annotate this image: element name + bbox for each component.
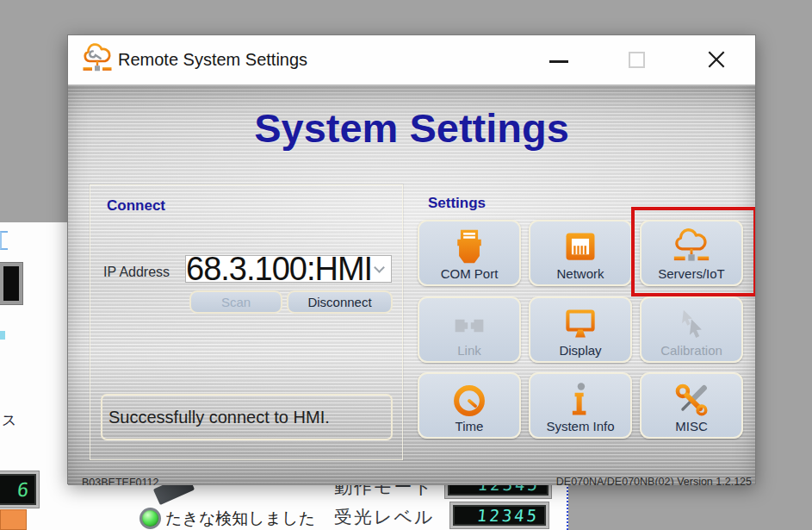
version-text: DE070NA/DE070NB(02) Version 1.2.125 [556, 476, 752, 485]
close-button[interactable] [705, 48, 728, 71]
side-text: ス [2, 410, 16, 430]
link-icon [450, 302, 488, 343]
com-port-icon [450, 225, 488, 266]
level-label: 受光レベル [334, 505, 434, 529]
settings-button-misc[interactable]: MISC [640, 372, 743, 439]
scan-button[interactable]: Scan [189, 290, 282, 314]
remote-system-settings-dialog: Remote System Settings System Settings C… [67, 34, 756, 484]
settings-button-label: System Info [546, 419, 614, 433]
settings-button-system-info[interactable]: System Info [529, 372, 632, 439]
calibration-icon [673, 302, 710, 343]
ip-address-combobox[interactable]: 68.3.100:HMI [185, 255, 392, 283]
clipped-blue-widget [0, 231, 8, 250]
status-led [139, 508, 161, 529]
connect-group-label: Connect [107, 197, 165, 215]
servers-iot-title-icon [82, 41, 113, 79]
dialog-body: System Settings Connect IP Address 68.3.… [68, 84, 755, 485]
settings-button-servers-iot[interactable]: Servers/IoT [640, 220, 743, 286]
settings-button-label: Link [457, 343, 481, 358]
clipped-display-box [0, 263, 22, 304]
window-title: Remote System Settings [118, 50, 307, 70]
settings-button-label: Servers/IoT [658, 266, 725, 281]
screen: ス 6 動作モード 12345 受光レベル 12345 たきな検知しました [0, 0, 812, 530]
network-icon [561, 225, 599, 266]
settings-button-display[interactable]: Display [529, 296, 632, 363]
title-bar: Remote System Settings [68, 35, 755, 84]
orange-block [0, 509, 27, 530]
ip-address-value: 68.3.100:HMI [186, 255, 391, 283]
settings-button-label: COM Port [441, 266, 499, 281]
settings-button-network[interactable]: Network [529, 220, 632, 286]
system-info-icon [561, 377, 599, 419]
settings-button-calibration[interactable]: Calibration [640, 296, 743, 363]
settings-button-label: Display [559, 343, 601, 358]
side-seven-segment-display: 6 [0, 471, 39, 508]
clipped-cyan-fragment [0, 331, 5, 340]
servers-iot-icon [673, 225, 710, 266]
led-message: たきな検知しました [165, 508, 315, 530]
display-icon [561, 302, 599, 343]
settings-button-link[interactable]: Link [418, 296, 521, 363]
page-title: System Settings [68, 104, 755, 152]
ip-address-label: IP Address [103, 265, 170, 280]
minimize-button[interactable] [549, 60, 568, 63]
time-icon [451, 377, 487, 419]
disconnect-button[interactable]: Disconnect [287, 290, 393, 314]
misc-icon [673, 377, 710, 419]
maximize-button[interactable] [629, 52, 645, 68]
device-code: B03BETEF0112 [82, 477, 158, 485]
settings-button-label: Network [556, 266, 604, 281]
settings-button-time[interactable]: Time [418, 372, 521, 439]
settings-button-label: MISC [675, 419, 708, 433]
connection-status-message: Successfully connect to HMI. [101, 394, 393, 440]
level-seven-segment-display: 12345 [450, 502, 549, 528]
settings-button-label: Calibration [660, 343, 722, 358]
connect-group: Connect IP Address 68.3.100:HMI Scan Dis… [90, 184, 403, 460]
settings-button-label: Time [456, 419, 484, 433]
settings-group-label: Settings [428, 195, 486, 212]
settings-button-com-port[interactable]: COM Port [418, 220, 521, 286]
